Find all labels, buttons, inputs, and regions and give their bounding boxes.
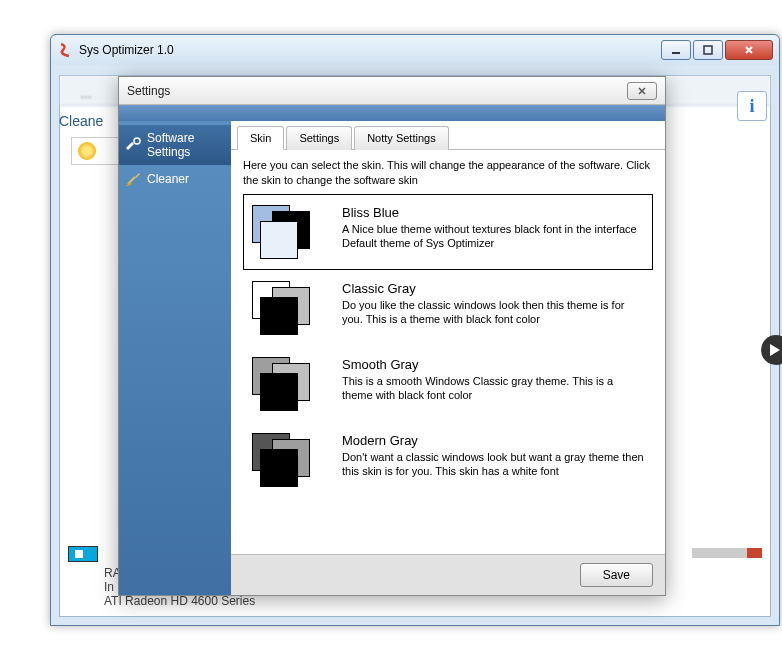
footer-gpu: ATI Radeon HD 4600 Series [68, 594, 762, 608]
skin-option-classic-gray[interactable]: Classic GrayDo you like the classic wind… [243, 270, 653, 346]
save-button[interactable]: Save [580, 563, 653, 587]
minimize-button[interactable] [661, 40, 691, 60]
svg-rect-1 [704, 46, 712, 54]
monitor-icon [68, 546, 98, 562]
sidebar-item-label: Cleaner [147, 172, 189, 186]
tab-settings[interactable]: Settings [286, 126, 352, 150]
skin-thumbnail [252, 281, 324, 335]
settings-content: SkinSettingsNotty Settings Here you can … [231, 121, 665, 595]
broom-icon [125, 171, 141, 187]
usage-bar [692, 548, 762, 558]
tools-icon [125, 137, 141, 153]
skin-name: Classic Gray [342, 281, 644, 296]
skin-thumbnail: A [252, 433, 324, 487]
settings-header-band [119, 105, 665, 121]
svg-point-6 [134, 138, 140, 144]
close-button[interactable] [725, 40, 773, 60]
skin-desc: A Nice blue theme without textures black… [342, 222, 644, 251]
skin-text: Modern GrayDon't want a classic windows … [342, 433, 644, 487]
info-button[interactable]: i [737, 91, 767, 121]
skin-description: Here you can select the skin. This will … [231, 150, 665, 194]
settings-footer: Save [231, 554, 665, 595]
tab-skin[interactable]: Skin [237, 126, 284, 150]
skin-name: Modern Gray [342, 433, 644, 448]
sidebar-item-label: Software Settings [147, 131, 225, 159]
skin-text: Bliss BlueA Nice blue theme without text… [342, 205, 644, 259]
maximize-button[interactable] [693, 40, 723, 60]
sun-icon [78, 142, 96, 160]
skin-text: Smooth GrayThis is a smooth Windows Clas… [342, 357, 644, 411]
settings-titlebar: Settings [119, 77, 665, 105]
skin-name: Bliss Blue [342, 205, 644, 220]
settings-dialog-title: Settings [127, 84, 627, 98]
settings-sidebar: Software SettingsCleaner [119, 121, 231, 595]
sidebar-item-software-settings[interactable]: Software Settings [119, 125, 231, 165]
main-window-title: Sys Optimizer 1.0 [79, 43, 659, 57]
skin-option-bliss-blue[interactable]: Bliss BlueA Nice blue theme without text… [243, 194, 653, 270]
cleaner-heading: Cleane [59, 113, 103, 129]
settings-body: Software SettingsCleaner SkinSettingsNot… [119, 121, 665, 595]
main-titlebar: Sys Optimizer 1.0 [51, 35, 779, 65]
skin-option-modern-gray[interactable]: AModern GrayDon't want a classic windows… [243, 422, 653, 498]
skin-list: Bliss BlueA Nice blue theme without text… [231, 194, 665, 554]
skin-text: Classic GrayDo you like the classic wind… [342, 281, 644, 335]
app-logo-icon [57, 42, 73, 58]
settings-close-button[interactable] [627, 82, 657, 100]
skin-option-smooth-gray[interactable]: Smooth GrayThis is a smooth Windows Clas… [243, 346, 653, 422]
skin-thumbnail [252, 205, 324, 259]
skin-name: Smooth Gray [342, 357, 644, 372]
skin-desc: This is a smooth Windows Classic gray th… [342, 374, 644, 403]
tab-notty-settings[interactable]: Notty Settings [354, 126, 448, 150]
skin-desc: Do you like the classic windows look the… [342, 298, 644, 327]
settings-tabs: SkinSettingsNotty Settings [231, 121, 665, 150]
skin-thumbnail [252, 357, 324, 411]
sidebar-item-cleaner[interactable]: Cleaner [119, 165, 231, 193]
settings-dialog: Settings Software SettingsCleaner SkinSe… [118, 76, 666, 596]
skin-desc: Don't want a classic windows look but wa… [342, 450, 644, 479]
